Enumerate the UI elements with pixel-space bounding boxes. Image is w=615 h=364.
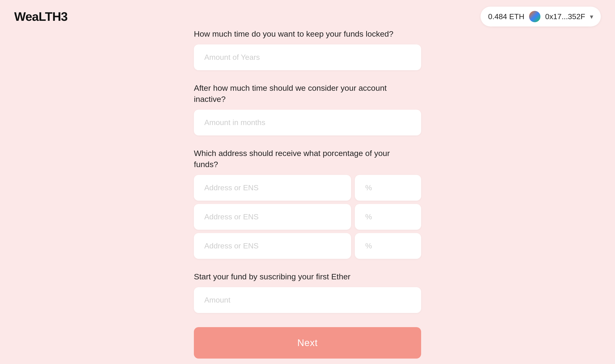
address-section: Which address should receive what porcen… bbox=[194, 148, 421, 259]
percent-input-2[interactable] bbox=[355, 204, 421, 230]
next-button[interactable]: Next bbox=[194, 327, 421, 359]
header: weaLTH3 0.484 ETH 0x17...352F ▾ bbox=[0, 0, 615, 33]
address-section-label: Which address should receive what porcen… bbox=[194, 148, 421, 170]
address-input-1[interactable] bbox=[194, 175, 351, 201]
amount-input[interactable] bbox=[194, 287, 421, 313]
chevron-down-icon: ▾ bbox=[590, 13, 593, 21]
amount-section: Start your fund by suscribing your first… bbox=[194, 271, 421, 313]
amount-label: Start your fund by suscribing your first… bbox=[194, 271, 421, 283]
wallet-badge[interactable]: 0.484 ETH 0x17...352F ▾ bbox=[481, 7, 601, 26]
wallet-balance: 0.484 ETH bbox=[488, 12, 524, 21]
inactive-months-input[interactable] bbox=[194, 110, 421, 135]
lock-duration-section: How much time do you want to keep your f… bbox=[194, 28, 421, 70]
percent-input-3[interactable] bbox=[355, 233, 421, 259]
address-row-3 bbox=[194, 233, 421, 259]
lock-duration-label: How much time do you want to keep your f… bbox=[194, 28, 421, 40]
main-form: How much time do you want to keep your f… bbox=[194, 28, 421, 359]
address-row-1 bbox=[194, 175, 421, 201]
inactive-time-label: After how much time should we consider y… bbox=[194, 82, 421, 105]
lock-years-input[interactable] bbox=[194, 44, 421, 70]
address-input-2[interactable] bbox=[194, 204, 351, 230]
address-input-3[interactable] bbox=[194, 233, 351, 259]
inactive-time-section: After how much time should we consider y… bbox=[194, 82, 421, 135]
logo: weaLTH3 bbox=[14, 10, 68, 24]
wallet-avatar-icon bbox=[529, 11, 540, 22]
wallet-address: 0x17...352F bbox=[545, 12, 585, 21]
percent-input-1[interactable] bbox=[355, 175, 421, 201]
address-row-2 bbox=[194, 204, 421, 230]
